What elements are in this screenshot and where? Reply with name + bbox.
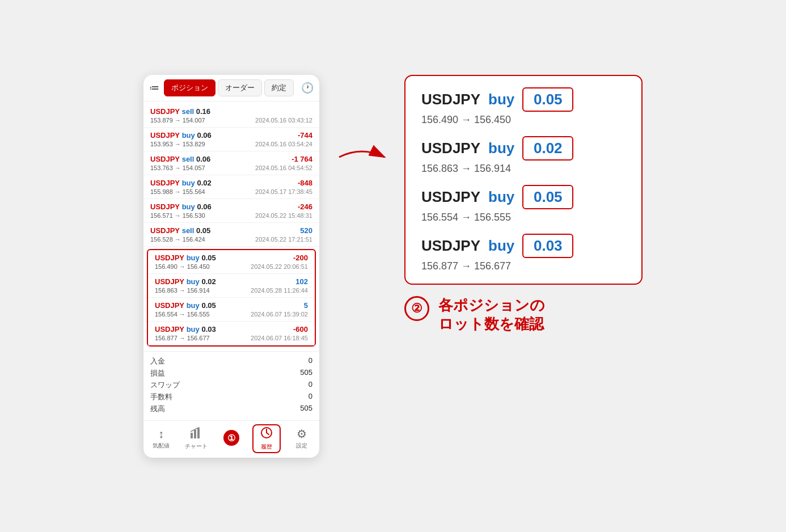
list-item[interactable]: USDJPY buy 0.02 102 156.863 → 156.914 20… [148, 274, 315, 298]
trade-price: 156.571 → 156.530 [150, 212, 205, 219]
trade-pnl: -744 [298, 131, 312, 140]
swap-value: 0 [309, 380, 312, 390]
trade-price: 156.863 → 156.914 [155, 287, 210, 294]
chart-icon [190, 427, 202, 441]
history-icon [260, 427, 273, 442]
summary-section: 入金 0 損益 505 スワップ 0 手数料 0 残高 505 [143, 351, 319, 420]
right-panel: USDJPY buy 0.05 156.490 → 156.450 USDJPY… [404, 75, 643, 335]
trade-price: 153.879 → 154.007 [150, 117, 205, 124]
nav-settings[interactable]: ⚙ 設定 [288, 427, 316, 450]
svg-rect-0 [191, 433, 193, 438]
detail-item-2: USDJPY buy 0.02 156.863 → 156.914 [421, 136, 626, 175]
lot-badge-3: 0.05 [522, 185, 573, 209]
tab-contract[interactable]: 約定 [264, 79, 294, 96]
bottom-nav: ↕ 気配値 チャート ① [143, 420, 319, 458]
trade-date: 2024.06.07 16:18:45 [251, 335, 308, 341]
detail-pair-1: USDJPY [421, 91, 480, 108]
trade-pnl: -848 [298, 179, 312, 187]
trade-pnl: 5 [304, 301, 308, 310]
list-item[interactable]: USDJPY buy 0.03 -600 156.877 → 156.677 2… [148, 322, 315, 345]
sort-icon[interactable]: ≔ [149, 82, 159, 94]
detail-pair-3: USDJPY [421, 188, 480, 206]
list-item[interactable]: USDJPY buy 0.02 -848 155.988 → 155.564 2… [143, 175, 319, 199]
tab-position[interactable]: ポジション [164, 79, 215, 96]
list-item[interactable]: USDJPY sell 0.06 -1 764 153.763 → 154.05… [143, 151, 319, 175]
nav-badge1[interactable]: ① [217, 430, 246, 447]
summary-row: 手数料 0 [150, 392, 312, 402]
detail-dir-2: buy [488, 140, 514, 157]
summary-row: 損益 505 [150, 368, 312, 378]
annotation-box: ② 各ポジションの ロット数を確認 [404, 296, 545, 335]
trade-price: 153.953 → 153.829 [150, 141, 205, 147]
clock-icon[interactable]: 🕐 [301, 82, 314, 94]
quotes-icon: ↕ [158, 428, 164, 441]
deposit-label: 入金 [150, 356, 165, 366]
trade-pnl: 102 [295, 277, 308, 286]
annotation-text: 各ポジションの ロット数を確認 [438, 296, 545, 335]
trade-pair-label: USDJPY sell 0.16 [150, 107, 210, 116]
nav-settings-label: 設定 [296, 442, 307, 450]
detail-item-4: USDJPY buy 0.03 156.877 → 156.677 [421, 234, 626, 272]
trade-date: 2024.05.16 03:43:12 [255, 117, 312, 124]
detail-price-1: 156.490 → 156.450 [421, 114, 626, 126]
balance-value: 505 [300, 404, 312, 414]
app-panel: ≔ ポジション オーダー 約定 🕐 USDJPY sell 0.16 - 153… [143, 75, 319, 458]
list-item[interactable]: USDJPY sell 0.16 - 153.879 → 154.007 202… [143, 104, 319, 128]
trade-pair-label: USDJPY sell 0.05 [150, 226, 210, 235]
trade-pair-label: USDJPY buy 0.02 [155, 277, 216, 286]
lot-badge-2: 0.02 [522, 136, 573, 161]
fee-label: 手数料 [150, 392, 172, 402]
detail-dir-1: buy [488, 91, 514, 108]
settings-icon: ⚙ [297, 427, 307, 441]
detail-dir-3: buy [488, 188, 514, 206]
list-item[interactable]: USDJPY buy 0.05 -200 156.490 → 156.450 2… [148, 250, 315, 274]
pnl-label: 損益 [150, 368, 165, 378]
annotation-circle-2: ② [404, 296, 429, 321]
swap-label: スワップ [150, 380, 180, 390]
trade-price: 153.763 → 154.057 [150, 164, 205, 171]
nav-quotes[interactable]: ↕ 気配値 [147, 428, 175, 450]
list-item[interactable]: USDJPY sell 0.05 520 156.528 → 156.424 2… [143, 223, 319, 247]
trade-price: 156.528 → 156.424 [150, 236, 205, 243]
trade-date: 2024.05.22 20:06:51 [251, 263, 308, 270]
tab-order[interactable]: オーダー [218, 79, 262, 96]
annotation-line1: 各ポジションの [438, 296, 545, 315]
list-item[interactable]: USDJPY buy 0.06 -744 153.953 → 153.829 2… [143, 128, 319, 151]
arrow-svg [336, 143, 387, 171]
trade-price: 156.554 → 156.555 [155, 311, 210, 318]
trade-date: 2024.05.16 04:54:52 [255, 164, 312, 171]
nav-history-label: 履歴 [261, 443, 272, 451]
trade-pnl: -246 [298, 202, 312, 211]
detail-price-4: 156.877 → 156.677 [421, 260, 626, 272]
trade-date: 2024.05.28 11:26:44 [251, 287, 308, 294]
trade-pnl: -600 [293, 325, 308, 333]
trade-price: 155.988 → 155.564 [150, 188, 205, 195]
nav-history[interactable]: 履歴 [252, 424, 281, 453]
trade-date: 2024.05.22 17:21:51 [255, 236, 312, 243]
trade-list: USDJPY sell 0.16 - 153.879 → 154.007 202… [143, 102, 319, 351]
detail-box: USDJPY buy 0.05 156.490 → 156.450 USDJPY… [404, 75, 643, 285]
detail-price-2: 156.863 → 156.914 [421, 163, 626, 175]
deposit-value: 0 [309, 356, 312, 366]
detail-pair-4: USDJPY [421, 237, 480, 255]
list-item[interactable]: USDJPY buy 0.05 5 156.554 → 156.555 2024… [148, 298, 315, 322]
summary-row: 入金 0 [150, 356, 312, 366]
svg-rect-1 [194, 430, 196, 438]
detail-dir-4: buy [488, 237, 514, 255]
trade-pair-label: USDJPY buy 0.05 [155, 301, 216, 310]
nav-chart[interactable]: チャート [182, 427, 210, 450]
trade-pnl: -1 764 [291, 155, 312, 163]
fee-value: 0 [309, 392, 312, 402]
detail-pair-2: USDJPY [421, 140, 480, 157]
trade-pair-label: USDJPY buy 0.05 [155, 254, 216, 262]
list-item[interactable]: USDJPY buy 0.06 -246 156.571 → 156.530 2… [143, 199, 319, 223]
trade-pair-label: USDJPY buy 0.03 [155, 325, 216, 333]
trade-date: 2024.06.07 15:39:02 [251, 311, 308, 318]
trade-date: 2024.05.16 03:54:24 [255, 141, 312, 147]
detail-price-3: 156.554 → 156.555 [421, 212, 626, 223]
tab-bar: ≔ ポジション オーダー 約定 🕐 [143, 75, 319, 102]
trade-pair-label: USDJPY sell 0.06 [150, 155, 210, 163]
trade-pnl: 520 [300, 226, 312, 235]
summary-row: スワップ 0 [150, 380, 312, 390]
trade-date: 2024.05.17 17:38:45 [255, 188, 312, 195]
